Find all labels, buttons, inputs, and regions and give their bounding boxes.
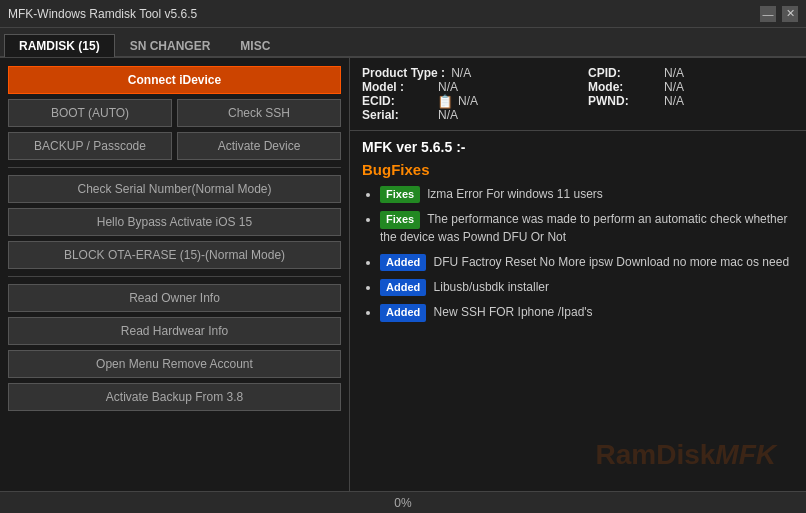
changelog-item-text-5: New SSH FOR Iphone /Ipad's	[434, 305, 593, 319]
model-label: Model :	[362, 80, 432, 94]
changelog-item-text-2: The performance was made to perform an a…	[380, 212, 787, 243]
boot-ssh-row: BOOT (AUTO) Check SSH	[8, 99, 341, 127]
ecid-value: N/A	[458, 94, 478, 108]
cpid-row: CPID: N/A	[588, 66, 794, 80]
status-text: 0%	[394, 496, 411, 510]
pwnd-value: N/A	[664, 94, 684, 108]
activate-device-button[interactable]: Activate Device	[177, 132, 341, 160]
watermark: RamDiskMFK	[596, 439, 777, 471]
product-type-row: Product Type : N/A	[362, 66, 568, 80]
close-button[interactable]: ✕	[782, 6, 798, 22]
block-ota-button[interactable]: BLOCK OTA-ERASE (15)-(Normal Mode)	[8, 241, 341, 269]
backup-activate-row: BACKUP / Passcode Activate Device	[8, 132, 341, 160]
badge-added-2: Added	[380, 279, 426, 296]
tab-bar: RAMDISK (15) SN CHANGER MISC	[0, 28, 806, 58]
serial-value: N/A	[438, 108, 458, 122]
changelog-item-text-4: Libusb/usbdk installer	[434, 280, 549, 294]
left-panel: Connect iDevice BOOT (AUTO) Check SSH BA…	[0, 58, 350, 491]
product-type-value: N/A	[451, 66, 471, 80]
main-content: Connect iDevice BOOT (AUTO) Check SSH BA…	[0, 58, 806, 491]
list-item: Added New SSH FOR Iphone /Ipad's	[380, 304, 794, 321]
model-value: N/A	[438, 80, 458, 94]
mode-row: Mode: N/A	[588, 80, 794, 94]
tab-sn-changer[interactable]: SN CHANGER	[115, 34, 226, 57]
right-panel: Product Type : N/A Model : N/A ECID: 📋 N…	[350, 58, 806, 491]
open-menu-button[interactable]: Open Menu Remove Account	[8, 350, 341, 378]
minimize-button[interactable]: —	[760, 6, 776, 22]
list-item: Added DFU Factroy Reset No More ipsw Dow…	[380, 254, 794, 271]
pwnd-row: PWND: N/A	[588, 94, 794, 108]
list-item: Fixes The performance was made to perfor…	[380, 211, 794, 245]
mode-value: N/A	[664, 80, 684, 94]
status-bar: 0%	[0, 491, 806, 513]
separator-2	[8, 276, 341, 277]
info-column-right: CPID: N/A Mode: N/A PWND: N/A	[588, 66, 794, 122]
info-column-left: Product Type : N/A Model : N/A ECID: 📋 N…	[362, 66, 568, 122]
changelog-subtitle: BugFixes	[362, 161, 794, 178]
device-info-section: Product Type : N/A Model : N/A ECID: 📋 N…	[350, 58, 806, 131]
product-type-label: Product Type :	[362, 66, 445, 80]
badge-fixes-2: Fixes	[380, 211, 420, 228]
changelog-item-text-1: lzma Error For windows 11 users	[427, 187, 602, 201]
hello-bypass-button[interactable]: Hello Bypass Activate iOS 15	[8, 208, 341, 236]
read-hardware-button[interactable]: Read Hardwear Info	[8, 317, 341, 345]
badge-fixes-1: Fixes	[380, 186, 420, 203]
boot-auto-button[interactable]: BOOT (AUTO)	[8, 99, 172, 127]
cpid-label: CPID:	[588, 66, 658, 80]
changelog-title: MFK ver 5.6.5 :-	[362, 139, 794, 155]
connect-idevice-button[interactable]: Connect iDevice	[8, 66, 341, 94]
check-ssh-button[interactable]: Check SSH	[177, 99, 341, 127]
ecid-row: ECID: 📋 N/A	[362, 94, 568, 108]
title-bar: MFK-Windows Ramdisk Tool v5.6.5 — ✕	[0, 0, 806, 28]
model-row: Model : N/A	[362, 80, 568, 94]
tab-ramdisk[interactable]: RAMDISK (15)	[4, 34, 115, 57]
badge-added-1: Added	[380, 254, 426, 271]
tab-misc[interactable]: MISC	[225, 34, 285, 57]
mode-label: Mode:	[588, 80, 658, 94]
badge-added-3: Added	[380, 304, 426, 321]
list-item: Added Libusb/usbdk installer	[380, 279, 794, 296]
cpid-value: N/A	[664, 66, 684, 80]
list-item: Fixes lzma Error For windows 11 users	[380, 186, 794, 203]
read-owner-button[interactable]: Read Owner Info	[8, 284, 341, 312]
separator-1	[8, 167, 341, 168]
changelog-item-text-3: DFU Factroy Reset No More ipsw Download …	[434, 255, 789, 269]
ecid-label: ECID:	[362, 94, 432, 108]
serial-label: Serial:	[362, 108, 432, 122]
activate-backup-button[interactable]: Activate Backup From 3.8	[8, 383, 341, 411]
backup-passcode-button[interactable]: BACKUP / Passcode	[8, 132, 172, 160]
check-serial-button[interactable]: Check Serial Number(Normal Mode)	[8, 175, 341, 203]
serial-row: Serial: N/A	[362, 108, 568, 122]
window-controls: — ✕	[760, 6, 798, 22]
app-title: MFK-Windows Ramdisk Tool v5.6.5	[8, 7, 197, 21]
changelog-list: Fixes lzma Error For windows 11 users Fi…	[362, 186, 794, 322]
copy-ecid-icon[interactable]: 📋	[438, 94, 452, 108]
changelog-section: MFK ver 5.6.5 :- BugFixes Fixes lzma Err…	[350, 131, 806, 491]
pwnd-label: PWND:	[588, 94, 658, 108]
